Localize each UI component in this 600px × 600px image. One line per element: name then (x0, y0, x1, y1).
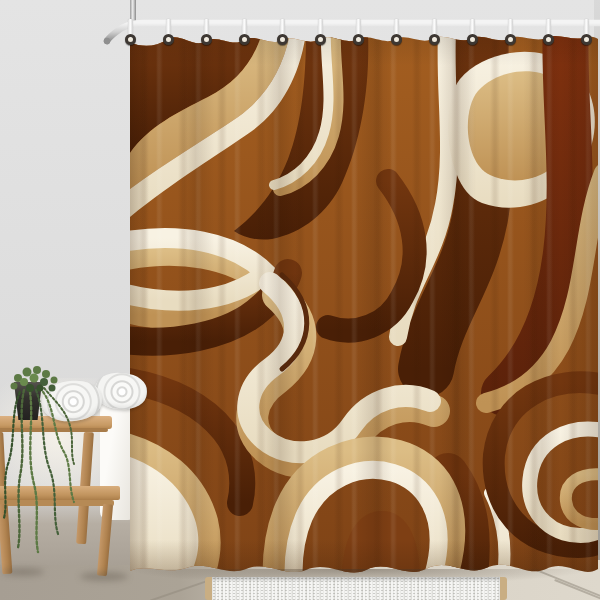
curtain-grommet (429, 34, 440, 45)
stool-shadow (2, 568, 44, 576)
plant-foliage (0, 352, 150, 562)
hanging-plant (0, 352, 150, 562)
curtain-grommet (163, 34, 174, 45)
curtain-grommet (239, 34, 250, 45)
curtain-grommet (125, 34, 136, 45)
rod-end-cap (104, 38, 110, 44)
curtain-fold-shading (130, 33, 598, 578)
curtain-grommet (581, 34, 592, 45)
curtain-grommet (467, 34, 478, 45)
bath-mat (205, 577, 507, 600)
curtain-grommet (505, 34, 516, 45)
curtain-grommet (353, 34, 364, 45)
shower-curtain[interactable] (130, 33, 598, 578)
curtain-grommet (277, 34, 288, 45)
bathroom-scene (0, 0, 600, 600)
stool-shadow (80, 572, 128, 581)
curtain-grommet (543, 34, 554, 45)
curtain-grommet (391, 34, 402, 45)
curtain-grommet (315, 34, 326, 45)
curtain-grommet (201, 34, 212, 45)
